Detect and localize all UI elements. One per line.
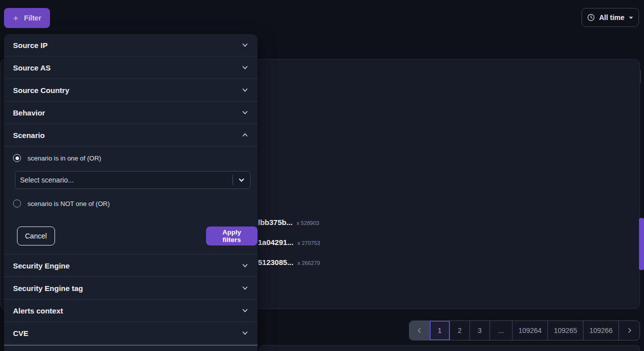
filter-panel: Source IPSource ASSource CountryBehavior…: [4, 34, 258, 351]
filter-section-label: Source Country: [13, 86, 70, 94]
filter-section-scenario[interactable]: Scenario: [4, 124, 258, 146]
filter-section-security-engine[interactable]: Security Engine: [4, 254, 258, 277]
filter-section-label: Source IP: [13, 41, 48, 50]
cancel-button[interactable]: Cancel: [17, 226, 55, 246]
divider: [4, 345, 258, 346]
page-button-109265[interactable]: 109265: [548, 321, 584, 340]
filter-section-label: Security Engine tag: [13, 284, 83, 292]
chevron-down-icon: [628, 16, 634, 20]
scenario-select-placeholder: Select scenario...: [16, 176, 232, 184]
legend-count: x 266279: [298, 260, 320, 266]
legend-count: x 270753: [298, 240, 320, 246]
filter-section-alerts-context[interactable]: Alerts context: [4, 300, 258, 322]
chevron-down-icon: [242, 86, 248, 94]
page-button-2[interactable]: 2: [450, 321, 470, 340]
filter-section-behavior[interactable]: Behavior: [4, 102, 258, 124]
chevron-up-icon: [242, 132, 248, 138]
divider: [232, 175, 233, 185]
chevron-right-icon: [626, 328, 632, 334]
radio-label: scenario is in one of (OR): [28, 154, 101, 162]
filter-section-cve[interactable]: CVE: [4, 322, 258, 344]
filter-button-label: Filter: [24, 14, 41, 22]
chevron-down-icon: [242, 284, 248, 292]
filter-sections-bottom: Security EngineSecurity Engine tagAlerts…: [4, 254, 258, 344]
time-range-button[interactable]: All time: [582, 8, 639, 27]
pagination-prev-button[interactable]: [410, 321, 430, 340]
radio-label: scenario is NOT one of (OR): [28, 200, 110, 208]
apply-filters-button[interactable]: Apply filters: [206, 226, 258, 246]
legend-name: 1a04291...: [258, 238, 294, 246]
filter-section-label: CVE: [13, 329, 28, 338]
radio-scenario-in[interactable]: scenario is in one of (OR): [13, 154, 101, 162]
radio-selected-icon: [13, 154, 21, 162]
legend-name: lbb375b...: [258, 218, 292, 226]
legend-item-clipped: lbb375b...x 528903: [258, 215, 319, 229]
clock-icon: [587, 14, 595, 22]
radio-unselected-icon: [13, 200, 21, 208]
filter-section-security-engine-tag[interactable]: Security Engine tag: [4, 277, 258, 300]
filter-section-source-country[interactable]: Source Country: [4, 79, 258, 102]
chevron-left-icon: [416, 328, 422, 334]
radio-scenario-not[interactable]: scenario is NOT one of (OR): [13, 200, 110, 208]
page: + Filter All time Visibility: NoneSummar…: [0, 0, 644, 351]
plus-icon: +: [13, 14, 18, 23]
page-ellipsis: ...: [490, 321, 512, 340]
filter-section-label: Alerts context: [13, 306, 63, 315]
page-button-3[interactable]: 3: [470, 321, 490, 340]
filter-section-source-as[interactable]: Source AS: [4, 56, 258, 79]
time-range-label: All time: [599, 14, 624, 22]
chevron-down-icon: [242, 42, 248, 48]
next-card-edge: [260, 345, 640, 351]
chevron-down-icon: [242, 262, 248, 269]
scenario-select[interactable]: Select scenario...: [15, 171, 250, 189]
filter-button[interactable]: + Filter: [4, 8, 50, 28]
legend-item-clipped: 5123085...x 266279: [258, 255, 320, 269]
chevron-down-icon: [242, 109, 248, 116]
filter-section-label: Source AS: [13, 64, 50, 72]
scenario-filter-body: scenario is in one of (OR) Select scenar…: [4, 146, 258, 254]
filter-section-label: Behavior: [13, 108, 45, 117]
page-button-109266[interactable]: 109266: [584, 321, 619, 340]
filter-section-label: Scenario: [13, 131, 44, 140]
filter-section-source-ip[interactable]: Source IP: [4, 34, 258, 56]
chevron-down-icon: [242, 307, 248, 314]
legend-count: x 528903: [296, 220, 319, 226]
legend-name: 5123085...: [258, 258, 294, 266]
page-button-109264[interactable]: 109264: [512, 321, 548, 340]
pagination: 123...109264109265109266: [409, 320, 640, 340]
legend-item-clipped: 1a04291...x 270753: [258, 235, 320, 249]
filter-sections-top: Source IPSource ASSource CountryBehavior: [4, 34, 258, 124]
filter-section-label: Security Engine: [13, 262, 70, 270]
chevron-down-icon: [242, 64, 248, 71]
scrollbar-thumb[interactable]: [639, 218, 644, 270]
pagination-next-button[interactable]: [619, 321, 640, 340]
page-button-1[interactable]: 1: [430, 321, 450, 340]
chevron-down-icon: [238, 176, 245, 184]
chevron-down-icon: [242, 330, 248, 336]
